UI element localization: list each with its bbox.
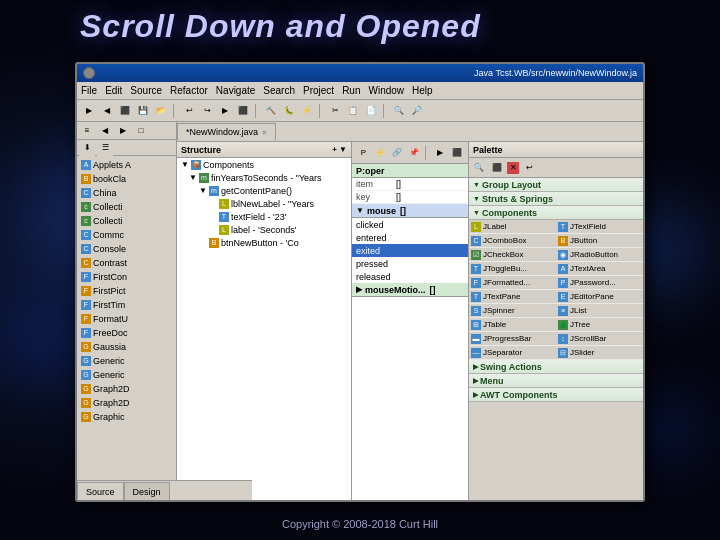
- mouse-event-exited[interactable]: exited: [352, 244, 468, 257]
- file-item-freedoc[interactable]: FFreeDoc: [79, 326, 174, 340]
- palette-jtable[interactable]: ⊞JTable: [469, 318, 556, 331]
- tb-btn-15[interactable]: 📄: [363, 103, 379, 119]
- menu-project[interactable]: Project: [303, 85, 334, 96]
- file-item-contrast[interactable]: CContrast: [79, 256, 174, 270]
- palette-jtextpane[interactable]: TJTextPane: [469, 290, 556, 303]
- file-item-generic1[interactable]: GGeneric: [79, 354, 174, 368]
- tb-btn-1[interactable]: ▶: [81, 103, 97, 119]
- tb-btn-5[interactable]: 📂: [153, 103, 169, 119]
- tb-btn-12[interactable]: ⚡: [299, 103, 315, 119]
- tb-btn-7[interactable]: ↪: [199, 103, 215, 119]
- palette-group-struts[interactable]: ▼ Struts & Springs: [469, 192, 643, 206]
- file-item-book[interactable]: BbookCla: [79, 172, 174, 186]
- palette-group-swingactions[interactable]: ▶ Swing Actions: [469, 360, 643, 374]
- palette-jcombobox[interactable]: CJComboBox: [469, 234, 556, 247]
- file-item-firstpict[interactable]: FFirstPict: [79, 284, 174, 298]
- menu-run[interactable]: Run: [342, 85, 360, 96]
- menu-file[interactable]: File: [81, 85, 97, 96]
- insp-tb-1[interactable]: P: [356, 145, 371, 161]
- menu-help[interactable]: Help: [412, 85, 433, 96]
- tb-btn-13[interactable]: ✂: [327, 103, 343, 119]
- file-item-china[interactable]: CChina: [79, 186, 174, 200]
- palette-group-grouplayout[interactable]: ▼ Group Layout: [469, 178, 643, 192]
- tree-lblnewlabel[interactable]: L lblNewLabel - "Years: [177, 197, 351, 210]
- palette-jtextarea[interactable]: AJTextArea: [556, 262, 643, 275]
- palette-jlist[interactable]: ≡JList: [556, 304, 643, 317]
- palette-jprogressbar[interactable]: ▬JProgressBar: [469, 332, 556, 345]
- tb-btn-16[interactable]: 🔍: [391, 103, 407, 119]
- palette-jslider[interactable]: ⊟JSlider: [556, 346, 643, 359]
- insp-tb-4[interactable]: 📌: [406, 145, 421, 161]
- palette-tb-4[interactable]: ↩: [521, 160, 537, 176]
- tb-btn-10[interactable]: 🔨: [263, 103, 279, 119]
- file-item-graphic[interactable]: GGraphic: [79, 410, 174, 424]
- palette-jcheckbox[interactable]: ☑JCheckBox: [469, 248, 556, 261]
- tb-btn-9[interactable]: ⬛: [235, 103, 251, 119]
- insp-tb-3[interactable]: 🔗: [389, 145, 404, 161]
- tree-label-seconds[interactable]: L label - 'Seconds': [177, 223, 351, 236]
- palette-group-awt[interactable]: ▶ AWT Components: [469, 388, 643, 402]
- menu-navigate[interactable]: Navigate: [216, 85, 255, 96]
- left-tb-btn-4[interactable]: □: [133, 123, 149, 139]
- tab-close-btn[interactable]: ×: [262, 128, 267, 137]
- tb-btn-11[interactable]: 🐛: [281, 103, 297, 119]
- file-item-commc[interactable]: CCommc: [79, 228, 174, 242]
- palette-group-menu[interactable]: ▶ Menu: [469, 374, 643, 388]
- tb-btn-8[interactable]: ▶: [217, 103, 233, 119]
- menu-search[interactable]: Search: [263, 85, 295, 96]
- palette-jseparator[interactable]: —JSeparator: [469, 346, 556, 359]
- palette-jbutton[interactable]: BJButton: [556, 234, 643, 247]
- mouse-event-clicked[interactable]: clicked: [352, 218, 468, 231]
- file-item-generic2[interactable]: GGeneric: [79, 368, 174, 382]
- palette-jtree[interactable]: 🌲JTree: [556, 318, 643, 331]
- inspector-row-item[interactable]: item []: [352, 178, 468, 191]
- menu-window[interactable]: Window: [368, 85, 404, 96]
- mouse-event-entered[interactable]: entered: [352, 231, 468, 244]
- menu-refactor[interactable]: Refactor: [170, 85, 208, 96]
- tree-getcontentpane[interactable]: ▼ m getContentPane(): [177, 184, 351, 197]
- tb-btn-14[interactable]: 📋: [345, 103, 361, 119]
- palette-jradiobutton[interactable]: ◉JRadioButton: [556, 248, 643, 261]
- insp-tb-2[interactable]: ⚡: [373, 145, 388, 161]
- palette-jpassword[interactable]: PJPassword...: [556, 276, 643, 289]
- palette-tb-1[interactable]: 🔍: [471, 160, 487, 176]
- mouse-event-pressed[interactable]: pressed: [352, 257, 468, 270]
- palette-jtoggle[interactable]: TJToggleBu...: [469, 262, 556, 275]
- menu-source[interactable]: Source: [130, 85, 162, 96]
- inspector-row-key[interactable]: key []: [352, 191, 468, 204]
- file-item-collecti1[interactable]: cCollecti: [79, 200, 174, 214]
- left-tb-btn-2[interactable]: ◀: [97, 123, 113, 139]
- file-item-gaussia[interactable]: GGaussia: [79, 340, 174, 354]
- palette-tb-3[interactable]: ✕: [507, 162, 519, 174]
- tree-finyears[interactable]: ▼ m finYearsToSeconds - "Years: [177, 171, 351, 184]
- file-item-graph1[interactable]: GGraph2D: [79, 382, 174, 396]
- palette-group-components[interactable]: ▼ Components: [469, 206, 643, 220]
- insp-tb-5[interactable]: ▶: [433, 145, 448, 161]
- mouse-event-released[interactable]: released: [352, 270, 468, 283]
- file-item-firstcon[interactable]: FFirstCon: [79, 270, 174, 284]
- tree-textfield[interactable]: T textField - '23': [177, 210, 351, 223]
- tb-btn-6[interactable]: ↩: [181, 103, 197, 119]
- tb-btn-2[interactable]: ◀: [99, 103, 115, 119]
- palette-jspinner[interactable]: SJSpinner: [469, 304, 556, 317]
- tree-components[interactable]: ▼ 📦 Components: [177, 158, 351, 171]
- file-item-console[interactable]: CConsole: [79, 242, 174, 256]
- file-item-formatu[interactable]: FFormatU: [79, 312, 174, 326]
- left-tb-btn-5[interactable]: ⬇: [79, 140, 95, 156]
- palette-tb-2[interactable]: ⬛: [489, 160, 505, 176]
- file-item-collecti2[interactable]: cCollecti: [79, 214, 174, 228]
- editor-tab[interactable]: *NewWindow.java ×: [177, 123, 276, 141]
- palette-jeditorpane[interactable]: EJEditorPane: [556, 290, 643, 303]
- file-item-applets[interactable]: AApplets A: [79, 158, 174, 172]
- tree-btnnewbutton[interactable]: B btnNewButton - 'Co: [177, 236, 351, 249]
- left-tb-btn-3[interactable]: ▶: [115, 123, 131, 139]
- tb-btn-4[interactable]: 💾: [135, 103, 151, 119]
- file-item-firsttim[interactable]: FFirstTim: [79, 298, 174, 312]
- palette-jformatted[interactable]: FJFormatted...: [469, 276, 556, 289]
- palette-jlabel[interactable]: LJLabel: [469, 220, 556, 233]
- tb-btn-3[interactable]: ⬛: [117, 103, 133, 119]
- left-tb-btn-6[interactable]: ☰: [97, 140, 113, 156]
- tb-btn-17[interactable]: 🔎: [409, 103, 425, 119]
- palette-jscrollbar[interactable]: ↕JScrollBar: [556, 332, 643, 345]
- file-item-graph2[interactable]: GGraph2D: [79, 396, 174, 410]
